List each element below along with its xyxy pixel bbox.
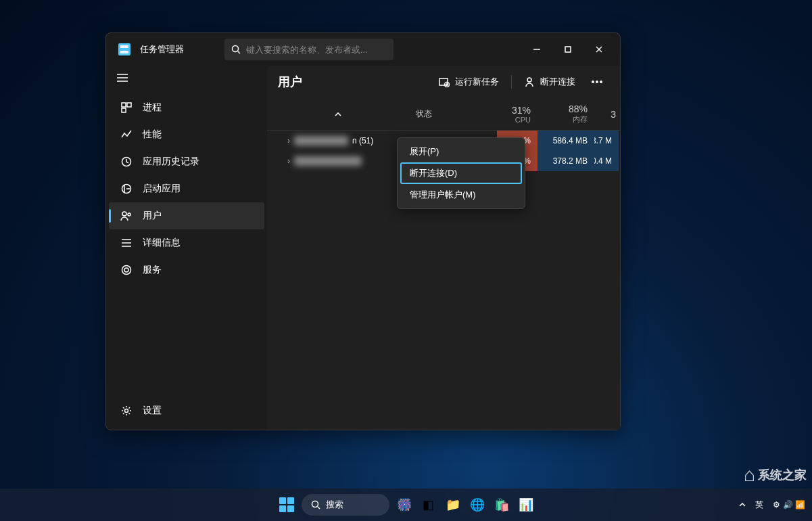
close-button[interactable]	[583, 39, 615, 60]
context-menu: 展开(P) 断开连接(D) 管理用户帐户(M)	[397, 137, 525, 209]
sidebar-item-settings[interactable]: 设置	[109, 397, 264, 424]
sidebar-item-label: 服务	[143, 264, 162, 276]
main-content: 用户 运行新任务 断开连接	[267, 66, 620, 430]
sidebar-item-label: 详细信息	[143, 237, 181, 249]
svg-rect-11	[122, 108, 126, 112]
startup-icon	[120, 182, 133, 196]
column-cpu[interactable]: 31% CPU	[497, 98, 538, 130]
hamburger-button[interactable]	[106, 68, 267, 89]
chevron-up-icon	[739, 503, 746, 507]
sidebar-item-details[interactable]: 详细信息	[109, 229, 264, 256]
disconnect-icon	[524, 76, 535, 87]
context-disconnect[interactable]: 断开连接(D)	[400, 162, 522, 184]
sidebar-item-processes[interactable]: 进程	[109, 94, 264, 121]
sidebar-item-services[interactable]: 服务	[109, 256, 264, 284]
history-icon	[120, 155, 133, 168]
svg-line-31	[318, 507, 320, 509]
sidebar-item-label: 性能	[143, 129, 162, 141]
widgets-icon[interactable]: 🎆	[395, 495, 414, 514]
taskbar: 搜索 🎆 ◧ 📁 🌐 🛍️ 📊 英 ⚙ 🔊 📶	[0, 489, 812, 521]
maximize-button[interactable]	[552, 39, 583, 60]
column-memory[interactable]: 88% 内存	[538, 98, 594, 130]
task-manager-taskbar-icon[interactable]: 📊	[517, 495, 535, 514]
svg-point-15	[128, 213, 130, 216]
app-icon	[118, 43, 130, 55]
services-icon	[120, 263, 133, 277]
divider	[511, 75, 512, 89]
task-view-icon[interactable]: ◧	[419, 495, 438, 514]
sidebar: 进程 性能 应用历史记录 启动应用 用户	[106, 66, 267, 430]
svg-rect-9	[122, 103, 126, 107]
svg-point-0	[233, 46, 239, 52]
settings-label: 设置	[143, 405, 162, 417]
column-name[interactable]	[267, 98, 409, 130]
processes-icon	[120, 101, 133, 114]
minimize-button[interactable]	[521, 39, 552, 60]
system-tray[interactable]: 英 ⚙ 🔊 📶	[739, 499, 805, 511]
chevron-right-icon: ›	[287, 156, 290, 166]
file-explorer-icon[interactable]: 📁	[444, 495, 462, 514]
column-extra[interactable]: 3	[594, 98, 619, 130]
sidebar-item-performance[interactable]: 性能	[109, 121, 264, 148]
start-button[interactable]	[277, 495, 296, 514]
svg-line-1	[238, 51, 240, 53]
gear-icon	[120, 404, 133, 417]
window-controls	[521, 39, 615, 60]
ellipsis-icon	[592, 81, 602, 83]
details-icon	[120, 236, 133, 250]
table-header: 状态 31% CPU 88% 内存 3	[267, 98, 620, 131]
sidebar-item-label: 用户	[143, 210, 162, 222]
svg-point-19	[124, 268, 128, 272]
svg-rect-3	[565, 47, 571, 52]
performance-icon	[120, 128, 133, 141]
svg-point-27	[592, 81, 594, 83]
column-status[interactable]: 状态	[409, 98, 497, 130]
run-task-icon	[439, 76, 450, 87]
sidebar-item-label: 进程	[143, 101, 162, 114]
svg-point-28	[596, 81, 598, 83]
svg-rect-10	[127, 103, 131, 107]
svg-point-14	[122, 212, 126, 216]
blurred-username	[294, 136, 348, 145]
page-title: 用户	[278, 74, 302, 90]
search-input[interactable]	[246, 45, 381, 55]
sidebar-item-users[interactable]: 用户	[109, 202, 264, 229]
sidebar-item-label: 启动应用	[143, 183, 181, 195]
svg-point-30	[312, 501, 318, 507]
run-new-task-button[interactable]: 运行新任务	[432, 72, 506, 92]
chevron-right-icon: ›	[287, 136, 290, 145]
sidebar-item-label: 应用历史记录	[143, 156, 199, 168]
disconnect-button[interactable]: 断开连接	[517, 72, 582, 92]
svg-point-20	[122, 266, 131, 275]
edge-icon[interactable]: 🌐	[468, 495, 487, 514]
store-icon[interactable]: 🛍️	[492, 495, 511, 514]
sidebar-item-startup[interactable]: 启动应用	[109, 175, 264, 202]
context-manage-account[interactable]: 管理用户帐户(M)	[400, 184, 522, 206]
tray-icons[interactable]: ⚙ 🔊 📶	[773, 500, 805, 509]
search-icon	[311, 500, 320, 509]
context-expand[interactable]: 展开(P)	[400, 141, 522, 162]
taskbar-search[interactable]: 搜索	[302, 494, 389, 516]
sidebar-item-history[interactable]: 应用历史记录	[109, 148, 264, 175]
task-manager-window: 任务管理器 进程 性能	[105, 32, 621, 430]
search-icon	[231, 45, 241, 54]
blurred-username	[294, 156, 362, 166]
users-icon	[120, 209, 133, 223]
app-title: 任务管理器	[140, 43, 184, 55]
more-options-button[interactable]	[585, 76, 609, 87]
svg-point-21	[125, 409, 128, 413]
chevron-up-icon	[335, 112, 341, 116]
search-box[interactable]	[224, 39, 393, 60]
svg-point-29	[600, 81, 602, 83]
svg-point-26	[527, 78, 531, 82]
watermark-icon: ⌂	[744, 464, 755, 486]
watermark: ⌂ 系统之家	[744, 464, 807, 486]
titlebar[interactable]: 任务管理器	[106, 33, 620, 66]
